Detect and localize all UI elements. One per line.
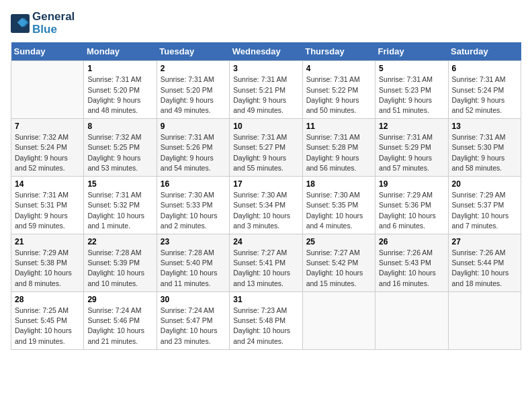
logo-text: General Blue [32, 11, 75, 36]
day-info: Sunrise: 7:31 AM Sunset: 5:20 PM Dayligh… [87, 75, 152, 116]
day-cell: 15 Sunrise: 7:31 AM Sunset: 5:32 PM Dayl… [84, 177, 157, 234]
day-info: Sunrise: 7:31 AM Sunset: 5:31 PM Dayligh… [15, 190, 80, 231]
day-cell: 3 Sunrise: 7:31 AM Sunset: 5:21 PM Dayli… [230, 61, 302, 119]
day-cell: 11 Sunrise: 7:31 AM Sunset: 5:28 PM Dayl… [302, 119, 375, 177]
weekday-header-tuesday: Tuesday [157, 42, 229, 61]
day-number: 24 [233, 237, 298, 246]
day-number: 5 [379, 64, 444, 73]
week-row-3: 14 Sunrise: 7:31 AM Sunset: 5:31 PM Dayl… [11, 177, 521, 234]
day-cell: 8 Sunrise: 7:32 AM Sunset: 5:25 PM Dayli… [84, 119, 157, 177]
day-cell: 12 Sunrise: 7:31 AM Sunset: 5:29 PM Dayl… [375, 119, 448, 177]
day-info: Sunrise: 7:31 AM Sunset: 5:32 PM Dayligh… [87, 190, 152, 231]
weekday-header-friday: Friday [375, 42, 448, 61]
day-cell: 1 Sunrise: 7:31 AM Sunset: 5:20 PM Dayli… [84, 61, 157, 119]
day-info: Sunrise: 7:31 AM Sunset: 5:26 PM Dayligh… [161, 132, 226, 173]
day-number: 17 [233, 179, 298, 189]
weekday-header-wednesday: Wednesday [230, 42, 302, 61]
day-info: Sunrise: 7:31 AM Sunset: 5:20 PM Dayligh… [161, 75, 226, 116]
day-info: Sunrise: 7:27 AM Sunset: 5:41 PM Dayligh… [233, 248, 298, 289]
day-cell: 28 Sunrise: 7:25 AM Sunset: 5:45 PM Dayl… [11, 291, 84, 349]
week-row-1: 1 Sunrise: 7:31 AM Sunset: 5:20 PM Dayli… [11, 61, 521, 119]
day-info: Sunrise: 7:26 AM Sunset: 5:44 PM Dayligh… [452, 248, 517, 289]
day-number: 29 [87, 295, 152, 304]
day-info: Sunrise: 7:28 AM Sunset: 5:40 PM Dayligh… [161, 248, 226, 289]
day-info: Sunrise: 7:32 AM Sunset: 5:24 PM Dayligh… [15, 132, 80, 173]
day-info: Sunrise: 7:31 AM Sunset: 5:27 PM Dayligh… [233, 132, 298, 173]
day-number: 14 [15, 179, 80, 189]
day-number: 30 [161, 295, 226, 304]
day-info: Sunrise: 7:31 AM Sunset: 5:28 PM Dayligh… [306, 132, 371, 173]
day-info: Sunrise: 7:23 AM Sunset: 5:48 PM Dayligh… [233, 306, 298, 347]
day-cell: 5 Sunrise: 7:31 AM Sunset: 5:23 PM Dayli… [375, 61, 448, 119]
day-number: 26 [379, 237, 444, 246]
day-cell [302, 291, 375, 349]
day-info: Sunrise: 7:31 AM Sunset: 5:21 PM Dayligh… [233, 75, 298, 116]
day-cell: 23 Sunrise: 7:28 AM Sunset: 5:40 PM Dayl… [157, 234, 229, 292]
day-cell: 20 Sunrise: 7:29 AM Sunset: 5:37 PM Dayl… [448, 177, 521, 234]
day-number: 18 [306, 179, 371, 189]
day-info: Sunrise: 7:32 AM Sunset: 5:25 PM Dayligh… [87, 132, 152, 173]
day-cell [11, 61, 84, 119]
day-info: Sunrise: 7:31 AM Sunset: 5:30 PM Dayligh… [452, 132, 517, 173]
day-cell: 26 Sunrise: 7:26 AM Sunset: 5:43 PM Dayl… [375, 234, 448, 292]
day-info: Sunrise: 7:26 AM Sunset: 5:43 PM Dayligh… [379, 248, 444, 289]
day-info: Sunrise: 7:31 AM Sunset: 5:22 PM Dayligh… [306, 75, 371, 116]
day-cell: 31 Sunrise: 7:23 AM Sunset: 5:48 PM Dayl… [230, 291, 302, 349]
day-info: Sunrise: 7:31 AM Sunset: 5:24 PM Dayligh… [452, 75, 517, 116]
week-row-5: 28 Sunrise: 7:25 AM Sunset: 5:45 PM Dayl… [11, 291, 521, 349]
day-cell: 24 Sunrise: 7:27 AM Sunset: 5:41 PM Dayl… [230, 234, 302, 292]
calendar-table: SundayMondayTuesdayWednesdayThursdayFrid… [11, 42, 521, 349]
day-number: 16 [161, 179, 226, 189]
logo: General Blue [11, 11, 75, 36]
day-cell: 2 Sunrise: 7:31 AM Sunset: 5:20 PM Dayli… [157, 61, 229, 119]
week-row-4: 21 Sunrise: 7:29 AM Sunset: 5:38 PM Dayl… [11, 234, 521, 292]
day-cell [375, 291, 448, 349]
day-cell: 13 Sunrise: 7:31 AM Sunset: 5:30 PM Dayl… [448, 119, 521, 177]
day-cell: 29 Sunrise: 7:24 AM Sunset: 5:46 PM Dayl… [84, 291, 157, 349]
day-number: 1 [87, 64, 152, 73]
day-number: 12 [379, 122, 444, 131]
day-info: Sunrise: 7:27 AM Sunset: 5:42 PM Dayligh… [306, 248, 371, 289]
day-cell: 4 Sunrise: 7:31 AM Sunset: 5:22 PM Dayli… [302, 61, 375, 119]
day-cell: 16 Sunrise: 7:30 AM Sunset: 5:33 PM Dayl… [157, 177, 229, 234]
weekday-header-sunday: Sunday [11, 42, 84, 61]
day-number: 4 [306, 64, 371, 73]
day-number: 9 [161, 122, 226, 131]
day-number: 25 [306, 237, 371, 246]
calendar-body: 1 Sunrise: 7:31 AM Sunset: 5:20 PM Dayli… [11, 61, 521, 349]
day-info: Sunrise: 7:24 AM Sunset: 5:47 PM Dayligh… [161, 306, 226, 347]
day-cell: 7 Sunrise: 7:32 AM Sunset: 5:24 PM Dayli… [11, 119, 84, 177]
day-number: 8 [87, 122, 152, 131]
day-info: Sunrise: 7:30 AM Sunset: 5:34 PM Dayligh… [233, 190, 298, 231]
day-info: Sunrise: 7:30 AM Sunset: 5:35 PM Dayligh… [306, 190, 371, 231]
day-number: 6 [452, 64, 517, 73]
weekday-header-saturday: Saturday [448, 42, 521, 61]
day-number: 11 [306, 122, 371, 131]
day-cell: 30 Sunrise: 7:24 AM Sunset: 5:47 PM Dayl… [157, 291, 229, 349]
day-cell: 10 Sunrise: 7:31 AM Sunset: 5:27 PM Dayl… [230, 119, 302, 177]
week-row-2: 7 Sunrise: 7:32 AM Sunset: 5:24 PM Dayli… [11, 119, 521, 177]
day-cell: 27 Sunrise: 7:26 AM Sunset: 5:44 PM Dayl… [448, 234, 521, 292]
day-cell: 22 Sunrise: 7:28 AM Sunset: 5:39 PM Dayl… [84, 234, 157, 292]
day-info: Sunrise: 7:25 AM Sunset: 5:45 PM Dayligh… [15, 306, 80, 347]
day-number: 31 [233, 295, 298, 304]
day-number: 15 [87, 179, 152, 189]
day-number: 22 [87, 237, 152, 246]
weekday-header-monday: Monday [84, 42, 157, 61]
day-number: 20 [452, 179, 517, 189]
day-cell: 17 Sunrise: 7:30 AM Sunset: 5:34 PM Dayl… [230, 177, 302, 234]
day-info: Sunrise: 7:29 AM Sunset: 5:36 PM Dayligh… [379, 190, 444, 231]
day-number: 10 [233, 122, 298, 131]
day-number: 2 [161, 64, 226, 73]
day-info: Sunrise: 7:31 AM Sunset: 5:23 PM Dayligh… [379, 75, 444, 116]
day-cell: 6 Sunrise: 7:31 AM Sunset: 5:24 PM Dayli… [448, 61, 521, 119]
day-info: Sunrise: 7:30 AM Sunset: 5:33 PM Dayligh… [161, 190, 226, 231]
day-info: Sunrise: 7:31 AM Sunset: 5:29 PM Dayligh… [379, 132, 444, 173]
day-cell [448, 291, 521, 349]
logo-icon [11, 14, 30, 33]
day-number: 3 [233, 64, 298, 73]
day-number: 7 [15, 122, 80, 131]
weekday-header-row: SundayMondayTuesdayWednesdayThursdayFrid… [11, 42, 521, 61]
day-number: 28 [15, 295, 80, 304]
day-number: 27 [452, 237, 517, 246]
